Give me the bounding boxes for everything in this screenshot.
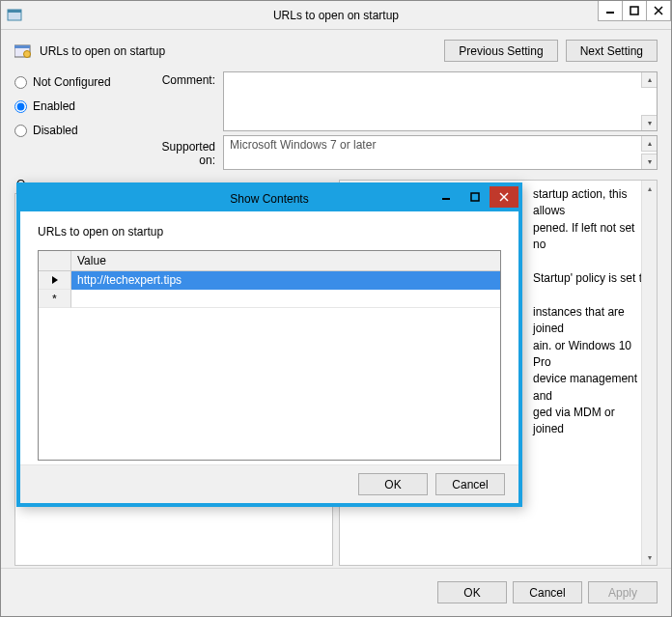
radio-not-configured-label: Not Configured (33, 75, 111, 89)
policy-editor-window: URLs to open on startup URLs to open on … (0, 0, 672, 617)
state-radios: Not Configured Enabled Disabled (14, 71, 150, 170)
dialog-body: URLs to open on startup Value http://tec… (20, 211, 518, 464)
scroll-up-icon[interactable]: ▴ (641, 72, 657, 88)
value-cell[interactable]: http://techexpert.tips (71, 271, 500, 290)
dialog-maximize-button[interactable] (461, 186, 490, 208)
scroll-up-icon[interactable]: ▴ (641, 136, 657, 152)
supported-label: Supported on: (150, 138, 223, 167)
close-button[interactable] (646, 1, 671, 21)
config-area: Not Configured Enabled Disabled Comment:… (1, 68, 671, 172)
dialog-cancel-button[interactable]: Cancel (435, 473, 505, 495)
header-row: URLs to open on startup Previous Setting… (1, 30, 671, 68)
help-scrollbar[interactable]: ▴ ▾ (641, 181, 657, 565)
scroll-down-icon[interactable]: ▾ (642, 549, 657, 565)
svg-rect-7 (14, 45, 30, 48)
dialog-close-button[interactable] (490, 186, 518, 208)
previous-setting-button[interactable]: Previous Setting (444, 40, 557, 62)
grid-col-value[interactable]: Value (71, 251, 500, 270)
grid-corner (39, 251, 71, 270)
row-header[interactable]: * (39, 290, 71, 308)
radio-disabled[interactable]: Disabled (14, 124, 150, 137)
table-row[interactable]: http://techexpert.tips (39, 271, 500, 290)
page-title: URLs to open on startup (40, 44, 436, 58)
ok-button[interactable]: OK (437, 581, 507, 603)
value-cell[interactable] (71, 290, 500, 308)
dialog-footer: OK Cancel (20, 464, 518, 503)
cancel-button[interactable]: Cancel (513, 581, 582, 603)
grid-rows: http://techexpert.tips* (39, 271, 500, 308)
grid-header: Value (39, 251, 500, 271)
radio-enabled-input[interactable] (14, 100, 27, 113)
minimize-button[interactable] (598, 1, 623, 21)
radio-enabled-label: Enabled (33, 99, 75, 113)
window-controls (599, 1, 671, 21)
row-header[interactable] (39, 271, 71, 290)
svg-rect-10 (471, 193, 479, 201)
value-grid[interactable]: Value http://techexpert.tips* (38, 250, 501, 461)
maximize-button[interactable] (622, 1, 647, 21)
dialog-caption: URLs to open on startup (38, 225, 501, 238)
radio-not-configured-input[interactable] (14, 76, 27, 89)
supported-on-value: Microsoft Windows 7 or later (230, 138, 376, 152)
app-icon (7, 8, 22, 23)
show-contents-dialog: Show Contents URLs to open on startup Va… (16, 182, 522, 507)
window-title: URLs to open on startup (1, 9, 671, 22)
footer: OK Cancel Apply (1, 568, 671, 616)
apply-button[interactable]: Apply (588, 581, 658, 603)
dialog-window-controls (432, 186, 518, 208)
radio-disabled-input[interactable] (14, 125, 27, 137)
radio-enabled[interactable]: Enabled (14, 99, 150, 113)
scroll-up-icon[interactable]: ▴ (642, 181, 657, 196)
scroll-down-icon[interactable]: ▾ (641, 115, 657, 130)
radio-not-configured[interactable]: Not Configured (14, 75, 150, 89)
dialog-titlebar: Show Contents (20, 186, 518, 211)
scroll-down-icon[interactable]: ▾ (641, 154, 657, 169)
comment-label: Comment: (150, 71, 223, 87)
svg-point-8 (24, 50, 31, 57)
policy-icon (14, 43, 32, 59)
dialog-minimize-button[interactable] (432, 186, 461, 208)
radio-disabled-label: Disabled (33, 124, 78, 137)
svg-rect-3 (630, 7, 638, 14)
supported-on-box: Microsoft Windows 7 or later ▴ ▾ (223, 135, 658, 170)
table-row[interactable]: * (39, 290, 500, 308)
fields: Comment: ▴ ▾ Supported on: Microsoft Win… (150, 71, 658, 170)
dialog-ok-button[interactable]: OK (358, 473, 428, 495)
comment-input[interactable]: ▴ ▾ (223, 71, 658, 131)
titlebar: URLs to open on startup (1, 1, 671, 30)
next-setting-button[interactable]: Next Setting (566, 40, 658, 62)
svg-rect-1 (8, 10, 21, 13)
